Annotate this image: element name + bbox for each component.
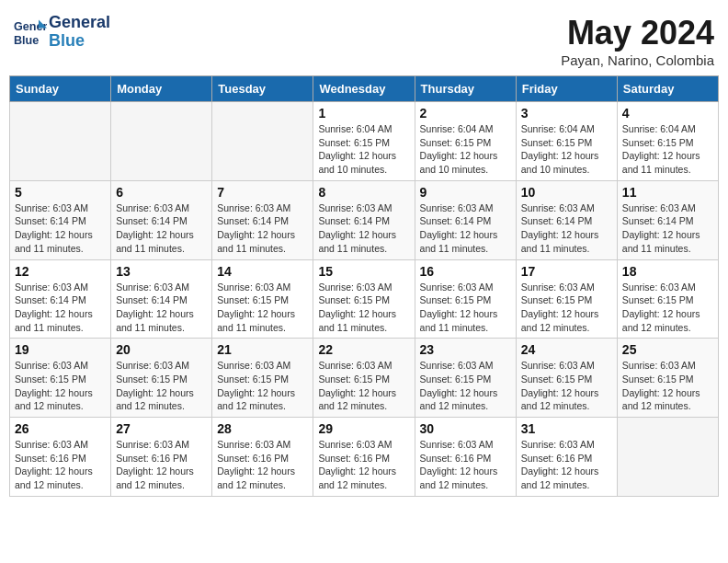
day-info: Sunrise: 6:03 AM Sunset: 6:15 PM Dayligh… xyxy=(420,359,511,413)
day-number: 13 xyxy=(116,264,207,279)
calendar-cell: 10Sunrise: 6:03 AM Sunset: 6:14 PM Dayli… xyxy=(516,180,617,259)
day-number: 9 xyxy=(420,185,511,200)
calendar-cell: 16Sunrise: 6:03 AM Sunset: 6:15 PM Dayli… xyxy=(415,259,516,339)
calendar-cell: 23Sunrise: 6:03 AM Sunset: 6:15 PM Dayli… xyxy=(415,339,516,418)
calendar-cell xyxy=(10,102,111,181)
day-info: Sunrise: 6:04 AM Sunset: 6:15 PM Dayligh… xyxy=(622,122,713,177)
day-number: 17 xyxy=(521,264,612,279)
day-info: Sunrise: 6:03 AM Sunset: 6:15 PM Dayligh… xyxy=(521,281,612,335)
day-info: Sunrise: 6:03 AM Sunset: 6:15 PM Dayligh… xyxy=(116,359,207,413)
calendar-cell: 18Sunrise: 6:03 AM Sunset: 6:15 PM Dayli… xyxy=(617,259,718,339)
calendar-cell: 28Sunrise: 6:03 AM Sunset: 6:16 PM Dayli… xyxy=(212,418,313,497)
calendar-cell: 1Sunrise: 6:04 AM Sunset: 6:15 PM Daylig… xyxy=(313,102,415,181)
day-number: 4 xyxy=(622,106,713,121)
day-info: Sunrise: 6:03 AM Sunset: 6:16 PM Dayligh… xyxy=(521,438,612,492)
day-number: 10 xyxy=(521,185,612,200)
day-info: Sunrise: 6:04 AM Sunset: 6:15 PM Dayligh… xyxy=(318,122,409,177)
calendar-cell: 19Sunrise: 6:03 AM Sunset: 6:15 PM Dayli… xyxy=(10,339,111,418)
day-info: Sunrise: 6:03 AM Sunset: 6:15 PM Dayligh… xyxy=(622,359,713,413)
calendar-cell: 14Sunrise: 6:03 AM Sunset: 6:15 PM Dayli… xyxy=(212,259,313,339)
day-number: 16 xyxy=(420,264,511,279)
calendar-cell: 5Sunrise: 6:03 AM Sunset: 6:14 PM Daylig… xyxy=(10,180,111,259)
calendar-cell: 9Sunrise: 6:03 AM Sunset: 6:14 PM Daylig… xyxy=(415,180,516,259)
calendar-table: SundayMondayTuesdayWednesdayThursdayFrid… xyxy=(9,75,719,497)
calendar-cell: 22Sunrise: 6:03 AM Sunset: 6:15 PM Dayli… xyxy=(313,339,415,418)
day-info: Sunrise: 6:03 AM Sunset: 6:15 PM Dayligh… xyxy=(217,359,308,413)
calendar-cell: 20Sunrise: 6:03 AM Sunset: 6:15 PM Dayli… xyxy=(111,339,212,418)
day-number: 22 xyxy=(318,342,409,357)
day-number: 26 xyxy=(15,421,106,436)
day-number: 31 xyxy=(521,421,612,436)
day-info: Sunrise: 6:03 AM Sunset: 6:14 PM Dayligh… xyxy=(116,201,207,256)
calendar-cell xyxy=(212,102,313,181)
calendar-cell: 4Sunrise: 6:04 AM Sunset: 6:15 PM Daylig… xyxy=(617,102,718,181)
day-info: Sunrise: 6:03 AM Sunset: 6:15 PM Dayligh… xyxy=(622,281,713,335)
day-number: 30 xyxy=(420,421,511,436)
day-info: Sunrise: 6:04 AM Sunset: 6:15 PM Dayligh… xyxy=(521,122,612,177)
day-number: 3 xyxy=(521,106,612,121)
day-number: 5 xyxy=(15,185,106,200)
calendar-cell: 24Sunrise: 6:03 AM Sunset: 6:15 PM Dayli… xyxy=(516,339,617,418)
day-info: Sunrise: 6:03 AM Sunset: 6:14 PM Dayligh… xyxy=(15,281,106,335)
logo: General Blue General Blue xyxy=(14,14,110,51)
day-number: 8 xyxy=(318,185,409,200)
day-number: 2 xyxy=(420,106,511,121)
day-info: Sunrise: 6:03 AM Sunset: 6:14 PM Dayligh… xyxy=(622,201,713,256)
day-info: Sunrise: 6:03 AM Sunset: 6:14 PM Dayligh… xyxy=(521,201,612,256)
day-number: 15 xyxy=(318,264,409,279)
calendar-cell: 26Sunrise: 6:03 AM Sunset: 6:16 PM Dayli… xyxy=(10,418,111,497)
day-info: Sunrise: 6:03 AM Sunset: 6:16 PM Dayligh… xyxy=(116,438,207,492)
logo-line1: General xyxy=(49,14,110,32)
day-number: 29 xyxy=(318,421,409,436)
month-title: May 2024 xyxy=(561,14,714,52)
day-number: 14 xyxy=(217,264,308,279)
day-number: 11 xyxy=(622,185,713,200)
day-info: Sunrise: 6:03 AM Sunset: 6:14 PM Dayligh… xyxy=(15,201,106,256)
day-number: 6 xyxy=(116,185,207,200)
day-number: 28 xyxy=(217,421,308,436)
calendar-cell: 11Sunrise: 6:03 AM Sunset: 6:14 PM Dayli… xyxy=(617,180,718,259)
day-number: 24 xyxy=(521,342,612,357)
day-info: Sunrise: 6:03 AM Sunset: 6:16 PM Dayligh… xyxy=(420,438,511,492)
day-info: Sunrise: 6:04 AM Sunset: 6:15 PM Dayligh… xyxy=(420,122,511,177)
day-number: 1 xyxy=(318,106,409,121)
col-header-monday: Monday xyxy=(111,76,212,102)
col-header-saturday: Saturday xyxy=(617,76,718,102)
day-info: Sunrise: 6:03 AM Sunset: 6:14 PM Dayligh… xyxy=(420,201,511,256)
col-header-sunday: Sunday xyxy=(10,76,111,102)
day-number: 25 xyxy=(622,342,713,357)
calendar-cell: 3Sunrise: 6:04 AM Sunset: 6:15 PM Daylig… xyxy=(516,102,617,181)
day-info: Sunrise: 6:03 AM Sunset: 6:14 PM Dayligh… xyxy=(116,281,207,335)
calendar-cell: 13Sunrise: 6:03 AM Sunset: 6:14 PM Dayli… xyxy=(111,259,212,339)
calendar-cell: 27Sunrise: 6:03 AM Sunset: 6:16 PM Dayli… xyxy=(111,418,212,497)
day-info: Sunrise: 6:03 AM Sunset: 6:16 PM Dayligh… xyxy=(15,438,106,492)
day-info: Sunrise: 6:03 AM Sunset: 6:14 PM Dayligh… xyxy=(217,201,308,256)
calendar-cell: 15Sunrise: 6:03 AM Sunset: 6:15 PM Dayli… xyxy=(313,259,415,339)
day-info: Sunrise: 6:03 AM Sunset: 6:15 PM Dayligh… xyxy=(420,281,511,335)
day-number: 12 xyxy=(15,264,106,279)
day-info: Sunrise: 6:03 AM Sunset: 6:15 PM Dayligh… xyxy=(521,359,612,413)
day-number: 7 xyxy=(217,185,308,200)
page-header: General Blue General Blue May 2024 Payan… xyxy=(9,9,719,68)
day-number: 18 xyxy=(622,264,713,279)
calendar-cell xyxy=(617,418,718,497)
calendar-cell: 31Sunrise: 6:03 AM Sunset: 6:16 PM Dayli… xyxy=(516,418,617,497)
col-header-thursday: Thursday xyxy=(415,76,516,102)
calendar-cell: 17Sunrise: 6:03 AM Sunset: 6:15 PM Dayli… xyxy=(516,259,617,339)
calendar-cell: 7Sunrise: 6:03 AM Sunset: 6:14 PM Daylig… xyxy=(212,180,313,259)
day-info: Sunrise: 6:03 AM Sunset: 6:15 PM Dayligh… xyxy=(15,359,106,413)
logo-icon: General Blue xyxy=(14,16,47,49)
location-subtitle: Payan, Narino, Colombia xyxy=(561,52,714,68)
calendar-cell: 29Sunrise: 6:03 AM Sunset: 6:16 PM Dayli… xyxy=(313,418,415,497)
calendar-cell xyxy=(111,102,212,181)
calendar-cell: 21Sunrise: 6:03 AM Sunset: 6:15 PM Dayli… xyxy=(212,339,313,418)
day-number: 23 xyxy=(420,342,511,357)
day-info: Sunrise: 6:03 AM Sunset: 6:16 PM Dayligh… xyxy=(318,438,409,492)
calendar-cell: 6Sunrise: 6:03 AM Sunset: 6:14 PM Daylig… xyxy=(111,180,212,259)
calendar-cell: 8Sunrise: 6:03 AM Sunset: 6:14 PM Daylig… xyxy=(313,180,415,259)
day-info: Sunrise: 6:03 AM Sunset: 6:15 PM Dayligh… xyxy=(318,281,409,335)
svg-text:Blue: Blue xyxy=(14,33,39,46)
calendar-cell: 12Sunrise: 6:03 AM Sunset: 6:14 PM Dayli… xyxy=(10,259,111,339)
col-header-wednesday: Wednesday xyxy=(313,76,415,102)
title-area: May 2024 Payan, Narino, Colombia xyxy=(561,14,714,68)
